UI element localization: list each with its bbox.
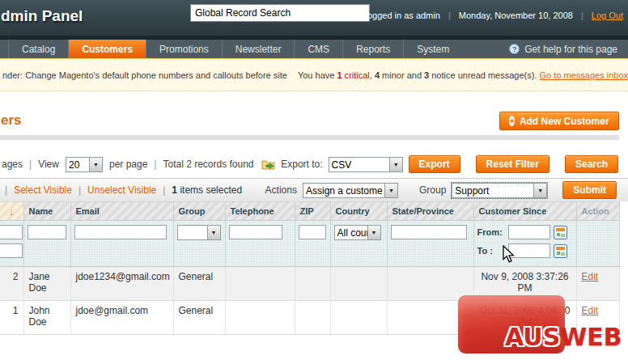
group-filter-select[interactable]: ▼ [177, 225, 221, 240]
zip-filter-input[interactable] [299, 225, 326, 239]
total-records-label: Total 2 records found [163, 159, 253, 170]
select-visible-link[interactable]: Select Visible [14, 184, 72, 196]
nav-tab-newsletter[interactable]: Newsletter [222, 40, 295, 58]
column-header-id[interactable]: ↓ [0, 202, 23, 221]
cell-telephone [225, 267, 295, 301]
column-header-telephone[interactable]: Telephone [225, 202, 295, 221]
logged-in-text: Logged in as admin [363, 11, 440, 20]
toolbar-sep: | [154, 159, 156, 170]
nav-tab-cms[interactable]: CMS [294, 40, 342, 58]
pages-fragment: ages [2, 159, 23, 170]
add-new-customer-label: Add New Customer [520, 116, 609, 127]
cell-zip [295, 267, 330, 301]
search-button[interactable]: Search [565, 155, 618, 173]
messages-sep: notice unread message(s). [429, 70, 539, 80]
column-header-name[interactable]: Name [23, 202, 70, 221]
export-format-select[interactable]: CSV ▼ [329, 157, 403, 172]
cell-email: jdoe@gmail.com [70, 301, 173, 335]
messages-sep: minor and [380, 70, 424, 80]
filter-cell-group: ▼ [173, 221, 225, 267]
header-user-info: Logged in as admin | Monday, November 10… [363, 11, 623, 20]
to-label: To : [477, 246, 505, 256]
column-header-group[interactable]: Group [173, 202, 225, 221]
telephone-filter-input[interactable] [229, 225, 282, 239]
state-filter-input[interactable] [391, 225, 467, 239]
notification-bar: nder: Change Magento's default phone num… [0, 58, 628, 91]
chevron-down-icon: ▼ [89, 158, 102, 171]
nav-tab-promotions[interactable]: Promotions [146, 40, 222, 58]
actions-value: Assign a custome [303, 184, 384, 197]
nav-tab-system[interactable]: System [403, 40, 462, 58]
chevron-down-icon: ▼ [389, 158, 402, 171]
filter-cell-customer-since: From: To : [473, 221, 576, 267]
edit-link[interactable]: Edit [582, 271, 599, 282]
cell-telephone [225, 301, 295, 335]
column-header-email[interactable]: Email [70, 202, 173, 221]
edit-link[interactable]: Edit [582, 305, 599, 316]
reminder-text: nder: Change Magento's default phone num… [2, 70, 287, 80]
column-header-action: Action [576, 202, 619, 221]
since-from-input[interactable] [508, 225, 550, 239]
export-format-value: CSV [329, 158, 389, 171]
massaction-pipe: | [78, 184, 81, 196]
export-folder-icon [261, 159, 275, 170]
header-date: Monday, November 10, 2008 [459, 11, 573, 20]
email-filter-input[interactable] [74, 225, 167, 239]
name-filter-input[interactable] [28, 225, 66, 239]
column-header-customer-since[interactable]: Customer Since [473, 202, 576, 221]
messages-inbox-link[interactable]: Go to messages inbox [540, 70, 628, 80]
filter-cell-telephone [225, 221, 295, 267]
country-filter-select[interactable]: All cour ▼ [334, 225, 381, 240]
actions-select[interactable]: Assign a custome ▼ [303, 183, 398, 198]
cell-zip [295, 301, 330, 335]
submit-button[interactable]: Submit [562, 181, 617, 199]
unselect-visible-link[interactable]: Unselect Visible [87, 184, 156, 196]
magento-admin-page: dmin Panel Logged in as admin | Monday, … [0, 0, 628, 364]
massaction-pipe: | [5, 184, 7, 196]
watermark-text-aus: AUS [505, 323, 560, 351]
cell-name: Jane Doe [23, 267, 70, 301]
toolbar-sep: | [29, 159, 32, 170]
export-controls: Export to: CSV ▼ Export Reset Filter Sea… [261, 155, 618, 173]
messages-summary: You have 1 critical, 4 minor and 3 notic… [298, 70, 628, 80]
main-nav: Catalog Customers Promotions Newsletter … [0, 40, 628, 58]
per-page-label: per page [109, 159, 147, 170]
messages-prefix: You have [298, 70, 337, 80]
add-new-customer-button[interactable]: + Add New Customer [499, 112, 619, 130]
logout-link[interactable]: Log Out [592, 11, 623, 20]
mouse-cursor [503, 245, 516, 264]
id-to-filter-input[interactable] [0, 243, 23, 258]
cell-group: General [173, 267, 225, 301]
cell-id: 2 [0, 267, 23, 301]
app-header: dmin Panel Logged in as admin | Monday, … [0, 0, 628, 36]
export-button[interactable]: Export [409, 155, 460, 173]
column-header-state[interactable]: State/Province [387, 202, 473, 221]
get-help-label: Get help for this page [524, 44, 617, 55]
calendar-icon[interactable] [554, 244, 567, 258]
filter-cell-name [23, 221, 70, 267]
group-label: Group [419, 184, 446, 196]
cell-state [387, 267, 473, 301]
massaction-controls: Actions Assign a custome ▼ Group Support… [265, 181, 617, 199]
reset-filter-button[interactable]: Reset Filter [476, 155, 550, 173]
column-header-country[interactable]: Country [330, 202, 387, 221]
global-record-search-input[interactable] [190, 4, 370, 22]
id-from-filter-input[interactable] [0, 225, 23, 239]
get-help-link[interactable]: ? Get help for this page [509, 40, 628, 58]
per-page-select[interactable]: 20 ▼ [66, 157, 103, 172]
nav-tab-catalog[interactable]: Catalog [8, 40, 68, 58]
calendar-icon[interactable] [554, 226, 567, 239]
header-separator: | [581, 11, 583, 20]
nav-tab-customers[interactable]: Customers [68, 40, 146, 58]
column-header-zip[interactable]: ZIP [295, 202, 330, 221]
title-divider [0, 135, 619, 140]
group-filter-value [178, 226, 207, 239]
from-label: From: [477, 227, 505, 237]
chevron-down-icon: ▼ [367, 226, 380, 239]
watermark-text-web: WEB [560, 323, 622, 351]
nav-tab-reports[interactable]: Reports [342, 40, 403, 58]
filter-cell-id [0, 221, 23, 267]
group-select[interactable]: Support ▼ [452, 183, 547, 198]
grid-filter-row: ▼ All cour ▼ [0, 221, 619, 267]
view-label: View [38, 159, 59, 170]
